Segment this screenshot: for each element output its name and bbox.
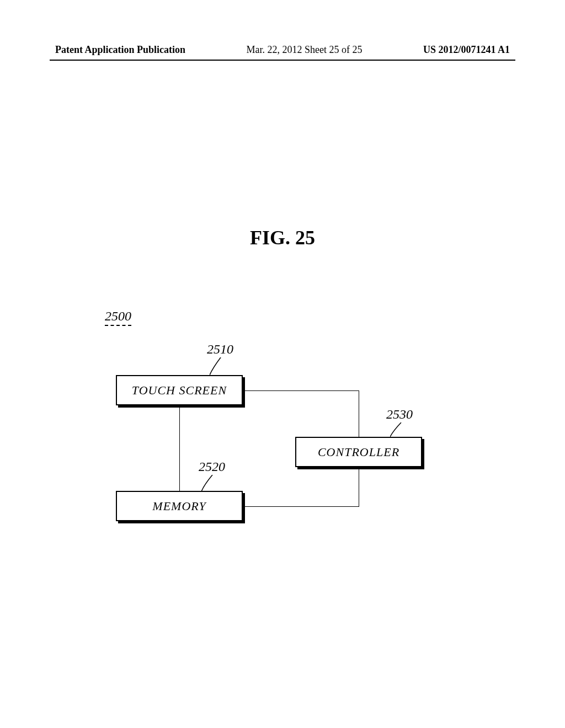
ref-touch-screen: 2510 [207,342,233,357]
header-rule [50,60,515,61]
connector-memory-controller-h [245,506,359,507]
block-touch-screen: TOUCH SCREEN [116,375,243,405]
leader-line-2510 [210,357,232,376]
header-publication: Patent Application Publication [55,44,185,56]
leader-line-2530 [390,422,412,438]
connector-memory-controller-v [359,469,359,507]
header-pub-number: US 2012/0071241 A1 [423,44,510,56]
connector-touch-memory [179,408,180,491]
ref-controller: 2530 [386,407,413,422]
connector-touch-controller-h [245,390,359,391]
leader-line-2520 [201,475,223,493]
page-header: Patent Application Publication Mar. 22, … [0,44,565,56]
block-memory: MEMORY [116,491,243,521]
ref-system: 2500 [105,309,131,326]
connector-touch-controller-v [359,390,359,437]
figure-title: FIG. 25 [0,226,565,249]
ref-memory: 2520 [199,459,225,474]
block-controller: CONTROLLER [295,437,422,467]
header-date-sheet: Mar. 22, 2012 Sheet 25 of 25 [247,44,363,56]
block-diagram: 2500 2510 2520 2530 TOUCH SCREEN CONTROL… [99,309,475,540]
